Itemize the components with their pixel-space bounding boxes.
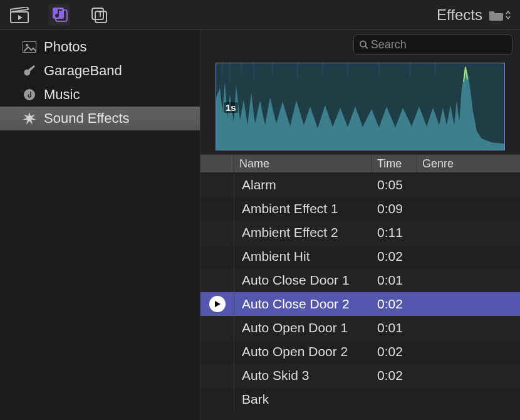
column-header-name[interactable]: Name <box>234 155 372 172</box>
genre-cell <box>417 173 520 196</box>
svg-text:T: T <box>98 9 103 19</box>
table-row[interactable]: Auto Close Door 20:02 <box>200 292 520 316</box>
search-input[interactable] <box>371 38 507 51</box>
table-row[interactable]: Auto Skid 30:02 <box>200 364 520 387</box>
time-cell: 0:02 <box>372 244 417 268</box>
music-icon <box>23 88 36 102</box>
search-icon <box>359 39 368 50</box>
title-t-icon: T <box>90 7 109 23</box>
name-cell: Bark <box>234 387 372 411</box>
genre-cell <box>417 340 520 363</box>
time-cell: 0:01 <box>372 268 417 291</box>
play-cell <box>200 340 234 363</box>
browser-section-label: Effects <box>437 6 482 24</box>
name-cell: Ambient Effect 2 <box>234 221 372 244</box>
waveform-preview[interactable]: 1s <box>216 63 505 150</box>
table-row[interactable]: Ambient Hit0:02 <box>200 244 520 268</box>
genre-cell <box>417 292 520 315</box>
name-cell: Auto Close Door 1 <box>234 268 372 291</box>
clapperboard-icon <box>10 7 29 23</box>
up-down-chevron-icon <box>505 9 511 21</box>
genre-cell <box>417 364 520 387</box>
table-row[interactable]: Ambient Effect 10:09 <box>200 197 520 221</box>
play-cell <box>200 221 234 244</box>
media-categories-sidebar: Photos GarageBand Music Sound Effects <box>0 30 200 420</box>
table-row[interactable]: Ambient Effect 20:11 <box>200 221 520 244</box>
guitar-icon <box>23 64 36 78</box>
play-cell <box>200 387 234 411</box>
table-row[interactable]: Alarm0:05 <box>200 173 520 197</box>
play-cell <box>200 197 234 220</box>
sidebar-item-music[interactable]: Music <box>0 83 200 107</box>
sidebar-item-label: Photos <box>44 39 87 55</box>
play-icon <box>214 300 221 308</box>
table-row[interactable]: Auto Open Door 10:01 <box>200 316 520 340</box>
sidebar-item-label: Music <box>44 87 80 103</box>
svg-line-13 <box>365 46 368 49</box>
search-field[interactable] <box>353 34 512 55</box>
svg-marker-27 <box>215 301 221 307</box>
time-cell: 0:01 <box>372 316 417 339</box>
sidebar-item-photos[interactable]: Photos <box>0 35 200 59</box>
time-cell: 0:05 <box>372 173 417 196</box>
name-cell: Auto Open Door 2 <box>234 340 372 363</box>
play-cell <box>200 173 234 196</box>
content-pane: 1s Name Time Genre Alarm0:05Ambient Effe… <box>200 30 520 420</box>
sound-effects-table: Alarm0:05Ambient Effect 10:09Ambient Eff… <box>200 173 520 420</box>
svg-point-12 <box>360 41 366 46</box>
folder-icon <box>489 9 504 21</box>
svg-marker-11 <box>23 112 36 125</box>
library-folder-popup[interactable] <box>489 9 511 21</box>
sidebar-item-garageband[interactable]: GarageBand <box>0 59 200 83</box>
time-cell <box>372 387 417 411</box>
time-cell: 0:09 <box>372 197 417 220</box>
svg-point-9 <box>26 44 28 46</box>
burst-icon <box>23 112 36 125</box>
sidebar-item-label: Sound Effects <box>44 110 130 127</box>
time-cell: 0:02 <box>372 340 417 363</box>
waveform-time-marker: 1s <box>224 102 238 113</box>
media-browser-button[interactable] <box>9 4 30 26</box>
genre-cell <box>417 197 520 220</box>
table-row[interactable]: Bark <box>200 387 520 411</box>
play-cell[interactable] <box>200 292 234 315</box>
music-note-layers-icon <box>50 7 69 23</box>
name-cell: Alarm <box>234 173 372 196</box>
name-cell: Ambient Hit <box>234 244 372 268</box>
photos-icon <box>23 40 36 54</box>
play-cell <box>200 244 234 268</box>
genre-cell <box>417 316 520 339</box>
play-cell <box>200 268 234 291</box>
sidebar-item-sound-effects[interactable]: Sound Effects <box>0 107 200 130</box>
column-header-genre[interactable]: Genre <box>417 155 520 172</box>
time-cell: 0:02 <box>372 364 417 387</box>
column-header-time[interactable]: Time <box>372 155 417 172</box>
table-header: Name Time Genre <box>200 154 520 173</box>
genre-cell <box>417 387 520 411</box>
column-header-play[interactable] <box>200 155 234 172</box>
music-browser-button[interactable] <box>49 4 70 26</box>
name-cell: Auto Open Door 1 <box>234 316 372 339</box>
play-cell <box>200 364 234 387</box>
waveform-graphic <box>216 63 504 150</box>
name-cell: Auto Skid 3 <box>234 364 372 387</box>
svg-marker-1 <box>18 15 23 20</box>
time-cell: 0:02 <box>372 292 417 315</box>
table-row[interactable]: Auto Open Door 20:02 <box>200 340 520 364</box>
name-cell: Auto Close Door 2 <box>234 292 372 315</box>
toolbar: T Effects <box>0 0 520 30</box>
time-cell: 0:11 <box>372 221 417 244</box>
genre-cell <box>417 221 520 244</box>
play-cell <box>200 316 234 339</box>
genre-cell <box>417 244 520 268</box>
name-cell: Ambient Effect 1 <box>234 197 372 220</box>
play-button[interactable] <box>209 296 226 312</box>
titles-browser-button[interactable]: T <box>89 4 110 26</box>
table-row[interactable]: Auto Close Door 10:01 <box>200 268 520 292</box>
sidebar-item-label: GarageBand <box>44 63 122 79</box>
genre-cell <box>417 268 520 291</box>
